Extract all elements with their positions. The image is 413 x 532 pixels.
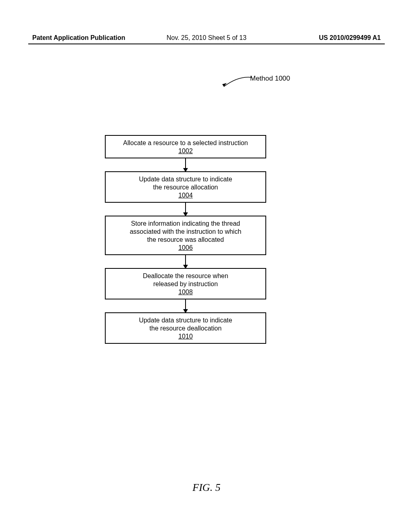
method-label: Method 1000 xyxy=(250,75,290,83)
arrow-icon xyxy=(184,203,187,216)
flow-box-1010: Update data structure to indicatethe res… xyxy=(105,312,266,344)
method-pointer-curve xyxy=(218,73,254,89)
flow-box-text: Deallocate the resource whenreleased by … xyxy=(143,272,228,287)
header-left: Patent Application Publication xyxy=(32,34,125,41)
arrow-icon xyxy=(184,299,187,312)
figure-label: FIG. 5 xyxy=(0,482,413,494)
page-header: Patent Application Publication Nov. 25, … xyxy=(0,34,413,42)
flow-box-ref: 1006 xyxy=(111,244,261,252)
flow-box-1004: Update data structure to indicatethe res… xyxy=(105,171,266,203)
flow-box-1006: Store information indicating the threada… xyxy=(105,216,266,255)
flow-box-text: Allocate a resource to a selected instru… xyxy=(123,139,248,146)
flow-box-ref: 1004 xyxy=(111,191,261,200)
flow-box-text: Store information indicating the threada… xyxy=(130,220,242,243)
flow-box-text: Update data structure to indicatethe res… xyxy=(139,176,232,191)
flow-box-ref: 1002 xyxy=(111,147,261,155)
flow-box-text: Update data structure to indicatethe res… xyxy=(139,317,232,332)
arrow-icon xyxy=(184,158,187,171)
header-right: US 2010/0299499 A1 xyxy=(319,34,381,42)
flowchart: Allocate a resource to a selected instru… xyxy=(105,135,266,344)
flow-box-ref: 1010 xyxy=(111,332,261,341)
flow-box-ref: 1008 xyxy=(111,288,261,296)
arrow-icon xyxy=(184,255,187,268)
header-center: Nov. 25, 2010 Sheet 5 of 13 xyxy=(167,34,246,42)
flow-box-1002: Allocate a resource to a selected instru… xyxy=(105,135,266,158)
flow-box-1008: Deallocate the resource whenreleased by … xyxy=(105,268,266,299)
header-rule xyxy=(28,44,385,44)
